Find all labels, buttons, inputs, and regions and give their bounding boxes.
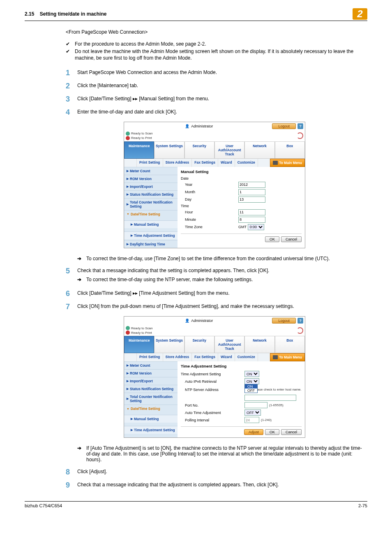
adjust-button[interactable]: Adjust [244,429,263,435]
scan-status-icon [126,326,130,330]
subtab-store-address[interactable]: Store Address [163,159,192,167]
step-number: 9 [66,481,77,489]
ntp-label: NTP Server Address [181,388,244,392]
day-input[interactable] [238,197,265,203]
ready-print: Ready to Print [131,136,152,140]
refresh-icon[interactable] [297,327,303,334]
tab-user-auth[interactable]: User Auth/Account Track [214,141,244,159]
sidebar-time-adjustment[interactable]: ▶Time Adjustment Setting [124,426,178,434]
help-icon[interactable]: ? [297,318,303,324]
step-number: 4 [66,109,77,116]
sidebar-daylight-saving[interactable]: ▶Daylight Saving Time [124,240,178,248]
subtab-customize[interactable]: Customize [235,159,258,167]
subtab-fax-settings[interactable]: Fax Settings [192,353,218,361]
step-text: Start PageScope Web Connection and acces… [77,69,363,76]
step-number: 8 [66,468,77,476]
print-status-icon [126,331,130,335]
sidebar-rom-version[interactable]: ▶ROM Version [124,175,178,183]
step-text: Enter the time-of-day and date and click… [77,109,363,116]
ipv6-option-off[interactable]: OFF [245,388,257,393]
tab-box[interactable]: Box [275,336,305,353]
ata-label: Auto Time Adjustment [181,411,244,415]
hour-input[interactable] [238,209,265,215]
sidebar-manual-setting[interactable]: ▶Manual Setting [124,415,178,423]
ipv6-option-on[interactable]: ON [245,384,257,388]
subtab-spacer [124,159,137,167]
arrow-icon: ➔ [77,256,86,261]
tab-box[interactable]: Box [275,141,305,159]
subtab-customize[interactable]: Customize [235,353,258,361]
timezone-select[interactable]: 0:00 [248,224,264,230]
logout-button[interactable]: Logout [272,123,296,129]
ready-scan: Ready to Scan [131,132,152,135]
subtab-wizard[interactable]: Wizard [218,353,235,361]
year-input[interactable] [238,182,265,188]
footer-page: 2-75 [358,503,367,508]
cancel-button[interactable]: Cancel [281,236,302,242]
step-number: 2 [66,82,77,90]
to-main-menu-button[interactable]: To Main Menu [270,353,305,361]
tab-maintenance[interactable]: Maintenance [124,141,154,159]
tab-system-settings[interactable]: System Settings [154,141,184,159]
ipv6-options[interactable]: ON OFF [244,384,258,393]
tab-network[interactable]: Network [244,336,274,353]
substep-text: To correct the time-of-day using the NTP… [86,276,253,283]
subtab-print-setting[interactable]: Print Setting [137,159,163,167]
port-label: Port No. [181,403,244,407]
date-label: Date [181,176,238,180]
sidebar-date-time-setting[interactable]: ▼Date/Time Setting [124,210,178,218]
sidebar-status-notification[interactable]: ▶Status Notification Setting [124,190,178,198]
minute-input[interactable] [238,217,265,223]
tab-user-auth[interactable]: User Auth/Account Track [214,336,244,353]
tas-select[interactable]: ON [244,371,259,377]
tab-system-settings[interactable]: System Settings [154,336,184,353]
display-icon [273,355,278,359]
sidebar-time-adjustment[interactable]: ▶Time Adjustment Setting [124,231,178,239]
sidebar-meter-count[interactable]: ▶Meter Count [124,361,178,369]
tab-security[interactable]: Security [184,336,214,353]
sidebar-total-counter[interactable]: ▶Total Counter Notification Setting [124,198,178,210]
port-hint: (1-65535) [269,403,284,407]
month-input[interactable] [238,189,265,195]
panel-title: Time Adjustment Setting [181,364,302,368]
tab-security[interactable]: Security [184,141,214,159]
ata-select[interactable]: OFF [244,409,261,416]
subtab-store-address[interactable]: Store Address [163,353,192,361]
to-main-menu-button[interactable]: To Main Menu [270,159,305,167]
sidebar-rom-version[interactable]: ▶ROM Version [124,369,178,377]
hour-label: Hour [181,210,238,214]
substep-text: To correct the time-of-day, use [Time Zo… [86,256,330,261]
ok-button[interactable]: OK [265,236,279,242]
minute-label: Minute [181,217,238,222]
scan-status-icon [126,132,130,136]
tab-maintenance[interactable]: Maintenance [124,336,154,353]
logout-button[interactable]: Logout [272,318,296,324]
sidebar-import-export[interactable]: ▶Import/Export [124,183,178,190]
subtab-print-setting[interactable]: Print Setting [137,353,163,361]
sidebar-manual-setting[interactable]: ▶Manual Setting [124,220,178,228]
step-text: Click the [Maintenance] tab. [77,82,363,90]
day-label: Day [181,197,238,201]
refresh-icon[interactable] [297,132,303,139]
ok-button[interactable]: OK [265,429,279,435]
subtab-fax-settings[interactable]: Fax Settings [192,159,218,167]
sidebar-meter-count[interactable]: ▶Meter Count [124,167,178,175]
poll-hint: (1-240) [261,418,272,422]
gmt-label: GMT [238,225,247,229]
cancel-button[interactable]: Cancel [281,429,302,435]
intro-text: <From PageScope Web Connection> [66,29,363,35]
ipv6-label: Auto IPv6 Retrieval [181,379,244,384]
sidebar-status-notification[interactable]: ▶Status Notification Setting [124,385,178,393]
sidebar-date-time-setting[interactable]: ▼Date/Time Setting [124,405,178,412]
sidebar-total-counter[interactable]: ▶Total Counter Notification Setting [124,393,178,405]
subtab-wizard[interactable]: Wizard [218,159,235,167]
month-label: Month [181,190,238,194]
sidebar-import-export[interactable]: ▶Import/Export [124,377,178,385]
tab-network[interactable]: Network [244,141,274,159]
help-icon[interactable]: ? [297,123,303,129]
panel-title: Manual Setting [181,169,302,174]
port-input[interactable] [244,402,267,408]
ipv6-select[interactable]: ON [244,378,259,384]
ntp-address-input[interactable] [244,395,296,401]
ready-print: Ready to Print [131,331,152,335]
